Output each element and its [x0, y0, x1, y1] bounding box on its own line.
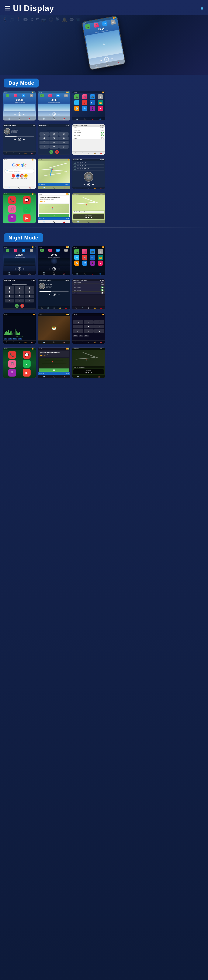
dm2-nav-email[interactable]: 📧EMAIL [43, 117, 45, 120]
dm2-nav-auto[interactable]: 🚗AUTO [63, 117, 65, 120]
hero-nav-phone[interactable]: 📞DIAL [106, 63, 109, 66]
hamburger-icon[interactable]: ≡ [200, 6, 203, 11]
nbm-next[interactable]: ⏭ [58, 293, 60, 295]
dh-icon-telegram[interactable]: ✈ [74, 100, 79, 105]
nm1-nav3[interactable]: 🚗AUTO [28, 272, 31, 275]
nbs-nav1[interactable]: 📞 [76, 307, 77, 309]
nna-nav2[interactable]: 🎵 [82, 341, 84, 343]
dm1-music[interactable]: 🎵 [14, 94, 17, 97]
nh-nav3[interactable]: 🚗 [92, 273, 93, 275]
dh-icon-purple[interactable]: 📱 [90, 106, 95, 111]
nca-msg-icon[interactable]: 💬 [23, 351, 31, 359]
nbc-hangup-btn[interactable]: 📵 [20, 304, 24, 308]
dh-icon-wifi[interactable]: 📡 [74, 106, 79, 111]
bt-play[interactable]: ⏸ [18, 138, 21, 141]
gg-nav3[interactable]: 🚗 [28, 187, 31, 189]
night-music-1[interactable]: 20:08 📶🔋 📞 🎵 🗺 ⚙ 20:08 A wishing glass o… [3, 246, 36, 275]
nw-btn-3[interactable]: ROCK [13, 338, 17, 340]
nbm-play[interactable]: ⏸ [53, 293, 56, 296]
hero-prev-btn[interactable]: ⏮ [100, 59, 102, 62]
dm1-prev[interactable]: ⏮ [14, 113, 16, 115]
dk-1[interactable]: 1 [39, 132, 49, 136]
nbs-aa-toggle[interactable] [101, 286, 104, 288]
ns-nav2[interactable]: 📞 [53, 341, 55, 343]
google-search-bar[interactable]: 🔍 Search or type URL [5, 169, 35, 173]
nw-btn-4[interactable]: JAZZ [18, 338, 22, 340]
nna-center[interactable]: ● [84, 325, 93, 328]
nw-nav5[interactable]: 🚗 [31, 341, 33, 343]
nbs-nav2[interactable]: 🎵 [82, 307, 84, 309]
nca-phone-icon[interactable]: 📞 [8, 351, 16, 359]
nh-icon-purple[interactable]: 📱 [90, 261, 95, 266]
day-carplay-apps[interactable]: 11:00 📶🔋 📞 💬 🎵 ♪ 🎙 ▶ 📧 📞 🚗 [3, 192, 36, 223]
dm1-nav-auto[interactable]: 🚗AUTO [28, 117, 31, 120]
nbc-star[interactable]: * [5, 299, 14, 302]
g-shortcut-gmail[interactable]: ✉ Gmail [24, 174, 28, 179]
dk-9[interactable]: 9 [59, 141, 69, 144]
dm1-settings[interactable]: ⚙ [30, 94, 33, 97]
nbm-nav2[interactable]: 🎵 [47, 307, 49, 309]
night-bt-music[interactable]: Bluetooth_Music 17:46 🎵 Music Title Musi… [38, 279, 71, 310]
nbm-progress[interactable] [39, 291, 69, 292]
dm1-nav-dial[interactable]: 📞DIAL [19, 117, 20, 120]
dk-7[interactable]: 7 [39, 141, 49, 144]
cpa-youtube-icon[interactable]: ▶ [23, 214, 31, 222]
nbc-8[interactable]: 8 [15, 294, 24, 298]
hero-play-btn[interactable]: ⏸ [104, 57, 109, 62]
nm2-next[interactable]: ⏭ [58, 268, 60, 270]
day-music-screen-2[interactable]: 20:08 📶🔋 📞 🎵 🗺 ⚙ 20:08 A wishing glass o… [38, 91, 71, 121]
settings-power[interactable]: Power [72, 137, 105, 140]
nh-icon-media[interactable]: 📺 [90, 249, 95, 254]
nw-nav2[interactable]: 🎵 [12, 341, 14, 343]
nbc-0[interactable]: 0 [15, 299, 24, 302]
nbc-2[interactable]: 2 [15, 286, 24, 290]
day-home-screen[interactable]: 11:46 📶 📞 🎵 📺 ⚙ ✈ 🚗 BT 📻 📡 🗺 📱 ❤ 📧 📞 [72, 91, 105, 121]
hero-nav-auto[interactable]: 🚗AUTO [117, 61, 121, 65]
g-shortcut-youtube[interactable]: ▶ YouTube [11, 174, 16, 179]
bts-nav4[interactable]: 📻 [94, 153, 96, 154]
ncn-np-prev[interactable]: ⏮ [85, 372, 87, 374]
nbm-nav3[interactable]: ⚙ [53, 307, 55, 309]
menu-icon[interactable]: ☰ [5, 5, 10, 12]
call-btn[interactable]: 📞 [49, 150, 53, 154]
social-prev[interactable]: ⏮ [83, 183, 85, 186]
np-play[interactable]: ▶ [88, 216, 89, 218]
dm2-next[interactable]: ⏭ [58, 113, 60, 115]
night-sunny-coffee[interactable]: 18:33 📶🔋 Sunny Coffee Restaurant Modern … [38, 347, 71, 378]
bts-nav3[interactable]: ⚙ [88, 153, 89, 154]
nbs-auto-answer[interactable]: Auto answer [72, 286, 105, 289]
nm2-nav[interactable]: 🗺 [56, 249, 60, 252]
sc-go-btn[interactable]: GO [39, 214, 69, 217]
bt-music-nav4[interactable]: 📻 [24, 153, 27, 154]
sc-nav2[interactable]: 📞 [53, 221, 55, 223]
soc-nav1[interactable]: 📞 [76, 188, 77, 189]
nbc-7[interactable]: 7 [5, 294, 14, 298]
dk-2[interactable]: 2 [49, 132, 59, 136]
dh-nav-dial[interactable]: 📞 [84, 118, 85, 120]
nna-up[interactable]: ↑ [84, 320, 93, 324]
hero-next-btn[interactable]: ⏭ [111, 57, 113, 60]
nna-nav4[interactable]: 📻 [94, 341, 96, 343]
nbc-4[interactable]: 4 [5, 290, 14, 294]
nm1-nav[interactable]: 🗺 [22, 249, 25, 252]
social-next[interactable]: ⏭ [92, 183, 94, 186]
nna-down-left[interactable]: ↙ [73, 329, 83, 333]
dm1-next[interactable]: ⏭ [24, 113, 25, 115]
bts-nav2[interactable]: 🎵 [82, 153, 84, 154]
cp-nav1[interactable]: 📧 [77, 221, 79, 223]
nm2-music[interactable]: 🎵 [48, 249, 52, 252]
soc-nav5[interactable]: 🚗 [100, 188, 102, 189]
nw-btn-1[interactable]: EQ [4, 338, 7, 340]
hangup-btn[interactable]: 📵 [55, 150, 59, 154]
nca-podcast-icon[interactable]: 🎙 [8, 369, 16, 377]
ncn-np-play[interactable]: ▶ [88, 372, 89, 374]
day-social-music[interactable]: SocialMusic 17:46 🎵 华乐_至尊.mp3 🎵 华乐_经典.mp… [72, 158, 105, 189]
dm2-prev[interactable]: ⏮ [49, 113, 50, 115]
nh-nav2[interactable]: 📞 [84, 273, 85, 275]
night-bt-settings[interactable]: Bluetooth_Settings 17:46 Device name Car… [72, 279, 105, 310]
settings-auto-answer-toggle[interactable] [101, 132, 104, 134]
bts-nav5[interactable]: 🚗 [100, 153, 102, 154]
nsc-nav1[interactable]: 📧 [43, 376, 45, 378]
nm2-prev[interactable]: ⏮ [49, 268, 50, 270]
day-bt-settings[interactable]: Bluetooth_Settings 17:46 CarBT CarBT Dev… [72, 124, 105, 155]
